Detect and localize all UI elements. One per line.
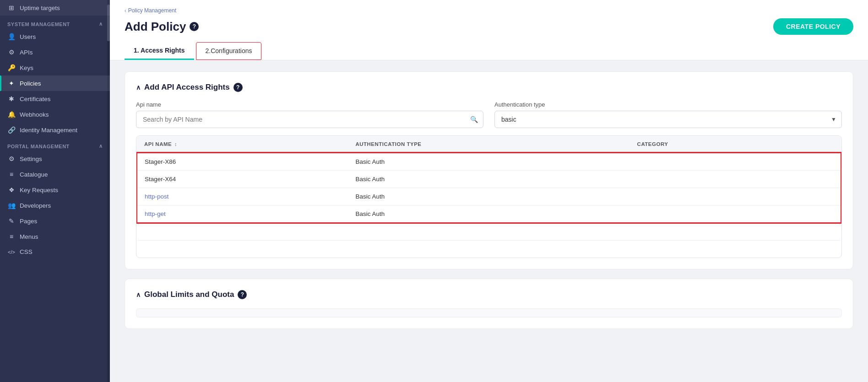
auth-type-label: Authentication type [494, 101, 842, 108]
api-access-rights-title: ∧ Add API Access Rights ? [136, 83, 842, 92]
cell-category [630, 241, 841, 258]
sidebar-item-developers[interactable]: 👥 Developers [0, 198, 110, 213]
webhook-icon: 🔔 [7, 111, 16, 118]
sidebar-item-uptime-targets[interactable]: ⊞ Uptime targets [0, 0, 110, 16]
cell-category [630, 188, 841, 205]
search-icon: 🔍 [470, 116, 478, 123]
tab-configurations[interactable]: 2.Configurations [196, 42, 262, 60]
sidebar: ⊞ Uptime targets System Management ∧ 👤 U… [0, 0, 110, 382]
cell-auth-type [348, 241, 629, 258]
table-row[interactable]: Stager-X86 Basic Auth [137, 153, 841, 171]
sidebar-item-users[interactable]: 👤 Users [0, 29, 110, 44]
api-table: API NAME ↕ AUTHENTICATION TYPE CATEGORY [136, 136, 841, 258]
back-chevron-icon: ‹ [125, 8, 126, 13]
page-help-icon[interactable]: ? [190, 22, 199, 31]
api-table-container: API NAME ↕ AUTHENTICATION TYPE CATEGORY [136, 135, 842, 258]
breadcrumb[interactable]: ‹ Policy Management [125, 7, 853, 14]
section-collapse-icon[interactable]: ∧ [136, 84, 141, 91]
api-name-input[interactable] [136, 111, 483, 128]
pages-icon: ✎ [7, 217, 16, 225]
sidebar-item-settings[interactable]: ⚙ Settings [0, 151, 110, 167]
breadcrumb-label: Policy Management [128, 7, 176, 14]
sidebar-item-key-requests[interactable]: ❖ Key Requests [0, 182, 110, 198]
highlighted-table-body: Stager-X86 Basic Auth Stager-X64 Basic A… [137, 153, 841, 223]
collapse-icon[interactable]: ∧ [99, 21, 103, 27]
sidebar-item-menus[interactable]: ≡ Menus [0, 229, 110, 244]
cell-auth-type: Basic Auth [348, 171, 629, 188]
auth-type-select[interactable]: basic [494, 111, 842, 128]
col-header-api-name: API NAME ↕ [137, 136, 348, 153]
cell-category [630, 153, 841, 171]
sidebar-item-label: APIs [20, 49, 33, 56]
table-row[interactable]: Stager-X64 Basic Auth [137, 171, 841, 188]
system-management-section: System Management ∧ [0, 16, 110, 29]
create-policy-button[interactable]: CREATE POLICY [773, 18, 853, 35]
identity-icon: 🔗 [7, 126, 16, 134]
sidebar-item-identity-management[interactable]: 🔗 Identity Management [0, 122, 110, 138]
api-name-search-wrap: 🔍 [136, 111, 483, 128]
sidebar-item-label: Users [20, 33, 36, 40]
cell-api-name: Stager-X86 [137, 153, 348, 171]
content-area: ∧ Add API Access Rights ? Api name 🔍 Aut… [110, 60, 868, 340]
cell-auth-type: Basic Auth [348, 205, 629, 223]
main-content: ‹ Policy Management Add Policy ? CREATE … [110, 0, 868, 382]
global-limits-title: ∧ Global Limits and Quota ? [136, 290, 842, 299]
sidebar-item-label: Key Requests [20, 187, 58, 194]
cell-api-name: http-post [137, 188, 348, 205]
chevron-down-icon: ▼ [831, 116, 836, 123]
cell-category [630, 205, 841, 223]
table-row[interactable]: http-get Basic Auth [137, 205, 841, 223]
sidebar-item-label: Menus [20, 233, 38, 240]
cell-auth-type [348, 223, 629, 241]
sidebar-item-webhooks[interactable]: 🔔 Webhooks [0, 107, 110, 122]
page-title: Add Policy [125, 20, 186, 34]
menus-icon: ≡ [7, 233, 16, 240]
api-name-group: Api name 🔍 [136, 101, 483, 128]
section2-collapse-icon[interactable]: ∧ [136, 291, 141, 298]
cell-api-name [137, 241, 348, 258]
sidebar-item-label: Uptime targets [20, 5, 60, 11]
sidebar-item-label: Developers [20, 202, 51, 209]
table-row [137, 223, 841, 241]
collapse-icon[interactable]: ∧ [99, 143, 103, 149]
cell-api-name [137, 223, 348, 241]
key-icon: 🔑 [7, 64, 16, 71]
sidebar-item-keys[interactable]: 🔑 Keys [0, 60, 110, 75]
sidebar-item-label: Certificates [20, 96, 51, 102]
css-icon: </> [7, 249, 16, 255]
api-access-rights-card: ∧ Add API Access Rights ? Api name 🔍 Aut… [125, 71, 853, 269]
cell-category [630, 223, 841, 241]
sidebar-item-label: Keys [20, 65, 33, 71]
sort-icon[interactable]: ↕ [174, 141, 177, 147]
col-header-auth-type: AUTHENTICATION TYPE [348, 136, 629, 153]
sidebar-item-label: Webhooks [20, 111, 49, 118]
sidebar-item-label: Policies [20, 80, 41, 87]
policy-icon: ✦ [7, 80, 16, 87]
developers-icon: 👥 [7, 202, 16, 209]
sidebar-item-label: Pages [20, 218, 37, 225]
sidebar-item-policies[interactable]: ✦ Policies [0, 75, 110, 91]
table-header-row: API NAME ↕ AUTHENTICATION TYPE CATEGORY [137, 136, 841, 153]
sidebar-item-catalogue[interactable]: ≡ Catalogue [0, 167, 110, 182]
cell-category [630, 171, 841, 188]
sidebar-item-pages[interactable]: ✎ Pages [0, 213, 110, 229]
tab-access-rights[interactable]: 1. Access Rights [125, 42, 194, 60]
section-help-icon[interactable]: ? [233, 83, 243, 92]
sidebar-item-label: CSS [20, 248, 33, 255]
sidebar-item-apis[interactable]: ⚙ APIs [0, 44, 110, 60]
table-row[interactable]: http-post Basic Auth [137, 188, 841, 205]
sidebar-item-certificates[interactable]: ✱ Certificates [0, 91, 110, 107]
page-title-area: Add Policy ? [125, 20, 199, 34]
global-limits-card: ∧ Global Limits and Quota ? [125, 279, 853, 329]
form-row: Api name 🔍 Authentication type basic ▼ [136, 101, 842, 128]
key-requests-icon: ❖ [7, 186, 16, 194]
user-icon: 👤 [7, 33, 16, 40]
auth-type-select-wrap: basic ▼ [494, 111, 842, 128]
portal-management-section: Portal Management ∧ [0, 138, 110, 151]
sidebar-item-css[interactable]: </> CSS [0, 244, 110, 259]
section2-help-icon[interactable]: ? [238, 290, 247, 299]
catalogue-icon: ≡ [7, 171, 16, 178]
auth-type-group: Authentication type basic ▼ [494, 101, 842, 128]
cell-api-name: Stager-X64 [137, 171, 348, 188]
api-name-label: Api name [136, 101, 483, 108]
